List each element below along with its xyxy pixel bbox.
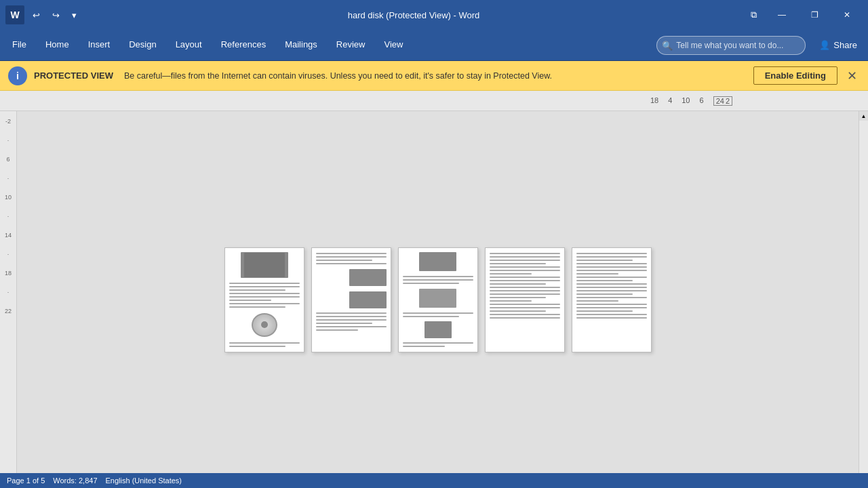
page2-img1 xyxy=(349,269,387,286)
page2-images xyxy=(316,269,387,286)
tab-mailings[interactable]: Mailings xyxy=(275,30,327,60)
page-4 xyxy=(485,247,565,352)
search-input[interactable] xyxy=(656,36,806,55)
protected-view-message: Be careful—files from the Internet can c… xyxy=(124,71,747,81)
tab-home[interactable]: Home xyxy=(36,30,79,60)
status-bar: Page 1 of 5 Words: 2,847 English (United… xyxy=(0,473,868,488)
ruler-num-3: 10 xyxy=(682,96,690,106)
redo-button[interactable]: ↪ xyxy=(48,7,64,23)
text-line xyxy=(490,283,546,285)
page3-img1 xyxy=(419,252,456,271)
text-line xyxy=(490,293,560,295)
text-line xyxy=(490,314,560,315)
text-line xyxy=(576,263,647,264)
text-line xyxy=(229,303,300,304)
text-line xyxy=(576,310,633,312)
lr-dot2: · xyxy=(7,175,9,182)
text-line xyxy=(229,342,300,344)
text-line xyxy=(229,289,285,291)
lr-dot3: · xyxy=(7,213,9,220)
protected-view-close[interactable]: ✕ xyxy=(844,68,860,83)
lr-14: 14 xyxy=(5,232,12,239)
window-control-group: — ❐ ✕ xyxy=(766,5,863,25)
text-line xyxy=(490,297,546,298)
right-scrollbar[interactable]: ▲ ▼ xyxy=(859,111,868,488)
share-icon: 👤 xyxy=(819,40,830,50)
page-1-content xyxy=(225,248,304,352)
ruler-num-5: 24 xyxy=(716,97,724,105)
text-line xyxy=(576,260,633,261)
scroll-up-button[interactable]: ▲ xyxy=(859,111,868,121)
tab-references[interactable]: References xyxy=(212,30,275,60)
text-line xyxy=(576,314,647,315)
text-line xyxy=(490,300,532,302)
page2-img2-wrap xyxy=(316,291,387,308)
page2-img2 xyxy=(349,291,387,308)
text-line xyxy=(403,346,445,347)
text-line xyxy=(490,266,560,268)
text-line xyxy=(316,329,358,331)
tab-insert[interactable]: Insert xyxy=(79,30,120,60)
text-line xyxy=(490,304,560,305)
pages-container xyxy=(211,234,665,366)
tab-review[interactable]: Review xyxy=(327,30,375,60)
text-line xyxy=(403,276,473,277)
text-line xyxy=(490,256,560,258)
document-area xyxy=(17,111,859,488)
tab-design[interactable]: Design xyxy=(119,30,165,60)
page3-text3 xyxy=(403,342,473,348)
text-line xyxy=(316,319,387,321)
text-line xyxy=(490,260,560,261)
protected-view-icon: i xyxy=(8,66,27,85)
text-line xyxy=(490,307,560,308)
tab-file[interactable]: File xyxy=(3,30,36,60)
ruler-numbers: 18 4 10 6 24 2 xyxy=(650,96,732,106)
page1-text-block2 xyxy=(229,342,300,348)
restore-down-button[interactable]: ⧉ xyxy=(747,7,761,23)
text-line xyxy=(576,283,647,285)
ruler-bar: 18 4 10 6 24 2 xyxy=(0,91,868,111)
page1-text-block xyxy=(229,282,300,308)
lr-6: 6 xyxy=(6,156,9,163)
page-5 xyxy=(572,247,652,352)
text-line xyxy=(229,300,271,301)
ruler-num-1: 18 xyxy=(650,96,658,106)
enable-editing-button[interactable]: Enable Editing xyxy=(753,66,837,85)
text-line xyxy=(403,283,459,284)
page-count: Page 1 of 5 xyxy=(7,476,45,485)
word-count: Words: 2,847 xyxy=(53,476,97,485)
share-label: Share xyxy=(833,40,857,50)
page-2 xyxy=(311,247,391,352)
left-ruler: -2 · 6 · 10 · 14 · 18 · 22 xyxy=(0,111,17,488)
search-icon: 🔍 xyxy=(662,40,673,50)
share-button[interactable]: 👤 Share xyxy=(811,30,865,60)
text-line xyxy=(490,253,560,254)
text-line xyxy=(576,290,647,291)
lr-dot5: · xyxy=(7,289,9,296)
word-icon: W xyxy=(5,5,24,24)
undo-button[interactable]: ↩ xyxy=(28,7,44,23)
protected-view-bar: i PROTECTED VIEW Be careful—files from t… xyxy=(0,61,868,91)
window-controls: ⧉ — ❐ ✕ xyxy=(747,5,863,25)
tab-layout[interactable]: Layout xyxy=(166,30,212,60)
scroll-track[interactable] xyxy=(859,121,868,479)
page5-text xyxy=(576,252,647,319)
text-line xyxy=(576,304,647,305)
search-wrap: 🔍 xyxy=(656,36,806,55)
text-line xyxy=(576,287,647,288)
text-line xyxy=(490,263,546,264)
lr-dot1: · xyxy=(7,137,9,144)
lr-10: 10 xyxy=(5,194,12,201)
ribbon: File Home Insert Design Layout Reference… xyxy=(0,30,868,61)
tab-view[interactable]: View xyxy=(374,30,412,60)
minimize-button[interactable]: — xyxy=(766,5,797,25)
text-line xyxy=(403,342,473,344)
page3-img2 xyxy=(419,289,456,308)
customize-button[interactable]: ▾ xyxy=(68,7,81,23)
text-line xyxy=(576,256,647,258)
text-line xyxy=(576,293,633,295)
close-button[interactable]: ✕ xyxy=(831,5,863,25)
text-line xyxy=(490,273,532,274)
page1-top-image xyxy=(241,252,288,278)
restore-button[interactable]: ❐ xyxy=(799,5,830,25)
